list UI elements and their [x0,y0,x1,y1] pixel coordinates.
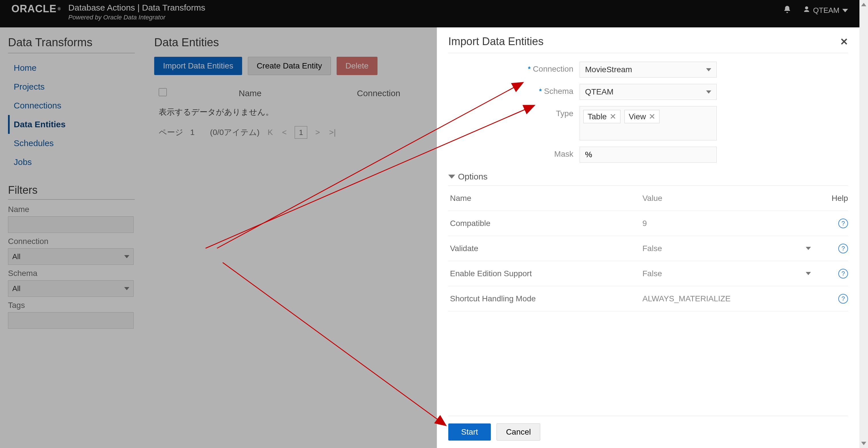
options-col-value: Value [643,194,822,203]
chevron-down-icon[interactable] [806,247,811,250]
start-button[interactable]: Start [448,423,491,441]
option-edition-name: Enable Edition Support [448,269,643,278]
schema-label: Schema [544,87,574,96]
help-icon[interactable]: ? [838,294,848,303]
remove-tag-icon[interactable]: ✕ [610,112,616,121]
chevron-down-icon [706,68,711,71]
help-icon[interactable]: ? [838,219,848,228]
schema-select[interactable]: QTEAM [580,84,717,100]
options-col-help: Help [822,194,848,203]
option-shortcut-value: ALWAYS_MATERIALIZE [643,294,731,303]
scrollbar[interactable] [860,0,868,448]
chevron-down-icon[interactable] [806,272,811,275]
type-tag-table-label: Table [588,112,607,121]
scroll-down-icon[interactable] [861,442,866,445]
help-icon[interactable]: ? [838,244,848,253]
options-col-name: Name [448,194,643,203]
option-compatible-value: 9 [643,219,647,228]
chevron-down-icon [706,91,711,94]
option-shortcut-name: Shortcut Handling Mode [448,294,643,303]
mask-label: Mask [554,150,574,159]
mask-input[interactable] [580,147,717,163]
type-tag-view[interactable]: View ✕ [624,110,659,123]
help-icon[interactable]: ? [838,269,848,279]
option-edition-value: False [643,269,662,278]
close-icon[interactable]: ✕ [840,36,848,47]
option-validate-name: Validate [448,244,643,253]
options-toggle[interactable]: Options [448,172,848,182]
required-star: * [528,65,530,73]
type-tag-table[interactable]: Table ✕ [583,110,620,123]
import-modal: Import Data Entities ✕ * Connection Movi… [437,27,860,448]
required-star: * [539,87,541,95]
type-label: Type [556,109,574,118]
connection-select[interactable]: MovieStream [580,62,717,77]
collapse-triangle-icon [448,174,455,179]
options-heading: Options [458,172,487,182]
option-compatible-name: Compatible [448,219,643,228]
schema-value: QTEAM [585,87,614,96]
type-tag-view-label: View [629,112,646,121]
connection-value: MovieStream [585,65,632,74]
type-tags-box[interactable]: Table ✕ View ✕ [580,106,717,140]
connection-label: Connection [533,64,574,74]
modal-title: Import Data Entities [448,35,544,47]
option-validate-value: False [643,244,662,253]
scroll-up-icon[interactable] [861,3,866,6]
cancel-button[interactable]: Cancel [497,423,540,441]
remove-tag-icon[interactable]: ✕ [649,112,655,121]
